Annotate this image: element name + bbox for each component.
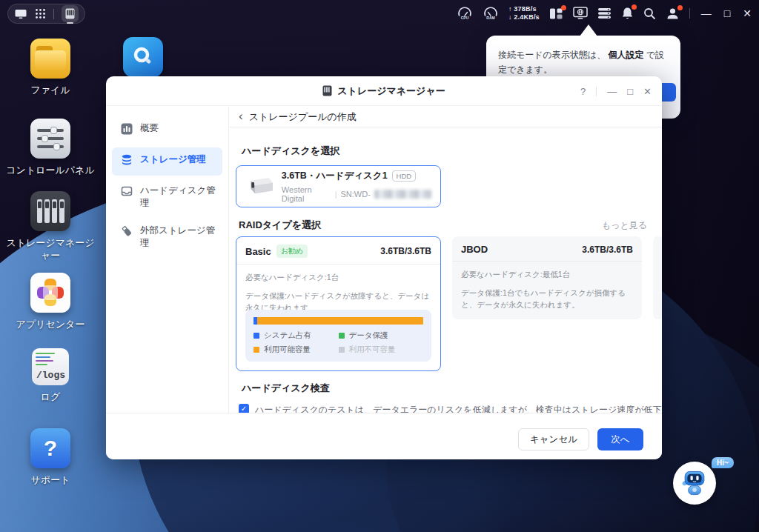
select-disk-heading: ハードディスクを選択 [242,144,339,158]
desktop-icon-logs[interactable]: /logs ログ [6,348,95,403]
desktop-icon-app-center[interactable]: アプリセンター [6,273,95,330]
desktop-icon-label: ログ [41,390,61,403]
legend-item-protection: データ保護 [339,330,424,341]
database-icon [121,154,133,170]
disk-details: Western Digital | SN:WD- [282,185,431,203]
see-more-link[interactable]: もっと見る [602,219,647,232]
legend-item-unavailable: 利用不可容量 [339,345,424,355]
raid-cards-row: Basic お勧め 3.6TB/3.6TB 必要なハードディスク:1台 データ保… [236,236,662,377]
raid-heading-row: RAIDタイプを選択 もっと見る [239,219,647,232]
hard-disk-icon [121,185,133,201]
raid-card-header: JBOD 3.6TB/3.6TB [452,236,642,262]
close-button[interactable]: ✕ [643,86,652,97]
desktop-icon-control-panel[interactable]: コントロールパネル [6,119,95,176]
widgets-icon[interactable] [549,7,563,20]
raid-required-disks: 必要なハードディスク:1台 [236,265,440,283]
maximize-button[interactable]: □ [627,86,633,97]
assistant-mascot[interactable]: Hi~ [673,462,716,505]
desktop-icon-label: サポート [31,473,70,486]
storage-manager-window: ストレージマネージャー ? — □ ✕ 概要 [106,76,662,459]
cpu-monitor-icon[interactable]: CPU [457,7,473,20]
next-button[interactable]: 次へ [597,428,643,450]
usb-drive-icon [121,225,133,241]
sidebar-item-label: ストレージ管理 [140,153,206,166]
network-speed: ↑ 378B/s ↓ 2.4KB/s [508,5,540,21]
sidebar-item-label: 概要 [140,122,159,135]
sidebar-item-storage-management[interactable]: ストレージ管理 [112,147,222,176]
help-button[interactable]: ? [580,86,586,97]
disk-check-checkbox[interactable]: ✓ [239,404,249,413]
breadcrumb-title: ストレージプールの作成 [249,110,357,124]
desktop-icon-support[interactable]: ? サポート [6,428,95,486]
tooltip-arrow [580,24,597,36]
legend-item-system: システム占有 [253,330,339,341]
taskbar-right-cluster: CPU RAM ↑ 378B/s ↓ 2.4KB/s [457,0,753,27]
sidebar-item-label: 外部ストレージ管理 [140,225,216,250]
bell-icon[interactable] [621,7,634,20]
remote-access-icon[interactable] [573,7,588,20]
capacity-bar [253,317,423,325]
taskbar-separator [689,8,690,19]
system-close-button[interactable]: ✕ [741,7,753,19]
desktop-icon-label: コントロールパネル [6,164,94,176]
sidebar-item-label: ハードディスク管理 [140,184,216,210]
legend-item-available: 利用可能容量 [253,345,339,355]
logs-icon: /logs [32,348,69,385]
system-minimize-button[interactable]: — [700,7,713,19]
raid-name: JBOD [461,244,488,255]
ram-monitor-icon[interactable]: RAM [483,7,499,20]
desktop-icon-storage-manager[interactable]: ストレージマネージャー [6,191,95,262]
system-maximize-button[interactable]: □ [723,7,732,19]
taskbar-left-cluster [7,4,85,24]
desktop-icon-label: ストレージマネージャー [6,236,95,262]
notification-dot [677,5,683,10]
desktop-icon-files[interactable]: ファイル [6,39,95,96]
question-glyph: ? [44,436,57,461]
search-app-icon[interactable] [123,37,163,77]
mascot-greeting-bubble: Hi~ [712,457,734,468]
tooltip-text: 接続モードの表示状態は、 個人設定 で設定できます。 [486,36,680,77]
desktop-icon-label: アプリセンター [16,318,85,330]
user-account-icon[interactable] [666,7,680,20]
minimize-button[interactable]: — [607,86,617,97]
taskbar-separator [53,9,54,19]
raid-card-jbod[interactable]: JBOD 3.6TB/3.6TB 必要なハードディスク:最低1台 データ保護:1… [452,236,642,319]
nas-icon [30,191,70,231]
app-grid-icon[interactable] [35,8,46,19]
raid-card-basic[interactable]: Basic お勧め 3.6TB/3.6TB 必要なハードディスク:1台 データ保… [236,236,441,371]
raid-protection-note: データ保護:ハードディスクが故障すると、データは永久に失われます。 [236,283,440,313]
overview-icon [121,123,133,139]
active-app-indicator [67,22,73,24]
content-scroll-area[interactable]: ハードディスクを選択 3.6TB・ハードディスク1 HDD [230,128,662,413]
storage-manager-taskbar-icon[interactable] [62,5,79,22]
disk-serial-prefix: SN:WD- [340,190,370,199]
sidebar-item-hdd-management[interactable]: ハードディスク管理 [112,179,222,216]
notification-dot [632,4,637,10]
sidebar-item-overview[interactable]: 概要 [112,116,222,144]
raid-type-heading: RAIDタイプを選択 [239,219,321,232]
sidebar-item-external-storage[interactable]: 外部ストレージ管理 [112,219,222,256]
appcenter-icon [30,273,70,313]
storage-manager-icon [322,85,332,96]
raid-card-partial[interactable] [653,236,662,319]
raid-card-header: Basic お勧め 3.6TB/3.6TB [236,237,440,265]
legend-swatch [253,347,259,353]
hard-drive-3d-icon [245,176,274,198]
disk-check-row: ✓ ハードディスクのテストは、データエラーのリスクを低減しますが、検査中はストレ… [239,404,654,413]
legend-swatch [339,333,345,339]
back-chevron-icon[interactable]: ‹ [239,110,243,122]
disk-check-heading: ハードディスク検査 [242,382,330,395]
raid-capacity: 3.6TB/3.6TB [380,246,431,256]
logs-icon-text: /logs [36,370,65,381]
robot-icon [678,467,711,499]
disk-name-row: 3.6TB・ハードディスク1 HDD [282,170,431,182]
cancel-button[interactable]: キャンセル [518,428,589,450]
raid-name: Basic [245,246,271,257]
services-icon[interactable] [597,7,611,19]
search-icon[interactable] [643,7,656,20]
hard-disk-card[interactable]: 3.6TB・ハードディスク1 HDD Western Digital | SN:… [236,165,441,207]
dialog-footer: キャンセル 次へ [106,413,662,459]
window-titlebar: ストレージマネージャー ? — □ ✕ [106,76,662,106]
notification-dot [561,5,566,10]
desktop-icon[interactable] [14,8,27,20]
